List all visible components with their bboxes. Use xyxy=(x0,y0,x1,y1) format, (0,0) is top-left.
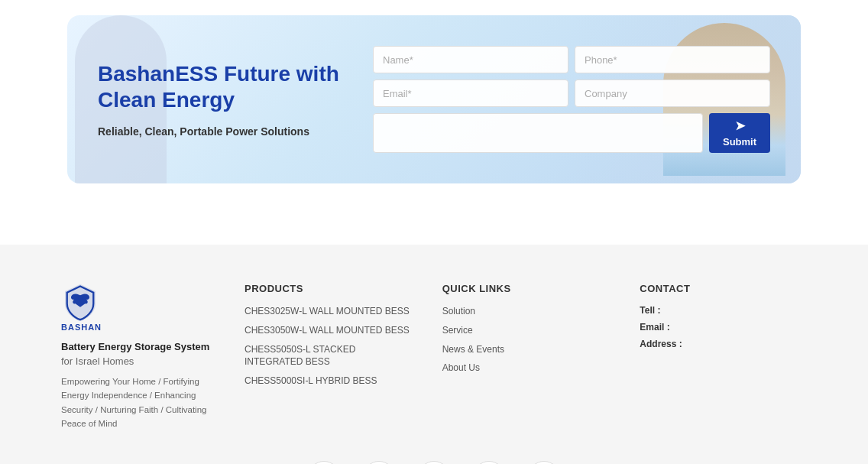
quicklink-solution[interactable]: Solution xyxy=(442,305,610,318)
form-row-2 xyxy=(373,79,770,107)
form-row-3: ➤ Submit xyxy=(373,113,770,153)
hero-card: BashanESS Future with Clean Energy Relia… xyxy=(67,15,801,183)
footer-contact-col: CONTACT Tell : Email : Address : xyxy=(640,283,807,430)
hero-subtitle: Reliable, Clean, Portable Power Solution… xyxy=(98,125,342,138)
hero-section: BashanESS Future with Clean Energy Relia… xyxy=(0,0,868,199)
email-input[interactable] xyxy=(373,79,568,107)
submit-label: Submit xyxy=(723,136,756,148)
quicklinks-title: QUICK LINKS xyxy=(442,283,610,294)
bashan-logo-icon xyxy=(61,283,99,321)
product-item-1[interactable]: CHES3025W-L WALL MOUNTED BESS xyxy=(245,305,412,318)
brand-name: BASHAN xyxy=(61,323,102,332)
brand-logo: BASHAN xyxy=(61,283,214,332)
quicklink-service[interactable]: Service xyxy=(442,324,610,337)
company-input[interactable] xyxy=(575,79,770,107)
svg-point-0 xyxy=(78,296,82,300)
contact-address-label: Address : xyxy=(640,339,682,349)
facebook-icon[interactable] xyxy=(308,461,340,464)
brand-tagline-main: Battery Energy Storage System xyxy=(61,341,214,354)
footer-products-col: PRODUCTS CHES3025W-L WALL MOUNTED BESS C… xyxy=(245,283,412,430)
products-title: PRODUCTS xyxy=(245,283,412,294)
youtube-icon[interactable] xyxy=(418,461,450,464)
submit-button[interactable]: ➤ Submit xyxy=(709,113,770,153)
footer-top: BASHAN Battery Energy Storage System for… xyxy=(61,283,807,430)
hero-title: BashanESS Future with Clean Energy xyxy=(98,61,342,112)
instagram-icon[interactable] xyxy=(363,461,395,464)
contact-email: Email : xyxy=(640,322,807,333)
footer-quicklinks-col: QUICK LINKS Solution Service News & Even… xyxy=(442,283,610,430)
footer-section: BASHAN Battery Energy Storage System for… xyxy=(0,245,868,464)
contact-tell-label: Tell : xyxy=(640,305,660,316)
pre-footer-space xyxy=(0,199,868,245)
contact-form: ➤ Submit xyxy=(373,46,770,153)
quicklink-news[interactable]: News & Events xyxy=(442,343,610,356)
hero-left-panel: BashanESS Future with Clean Energy Relia… xyxy=(98,46,342,153)
brand-tagline-sub: for Israel Homes xyxy=(61,355,214,367)
brand-description: Empowering Your Home / Fortifying Energy… xyxy=(61,375,214,431)
contact-email-label: Email : xyxy=(640,322,669,333)
form-row-1 xyxy=(373,46,770,73)
contact-title: CONTACT xyxy=(640,283,807,294)
contact-tell: Tell : xyxy=(640,305,807,316)
footer-brand: BASHAN Battery Energy Storage System for… xyxy=(61,283,214,430)
submit-icon: ➤ xyxy=(735,118,745,133)
twitter-x-icon[interactable] xyxy=(528,461,560,464)
product-item-2[interactable]: CHES3050W-L WALL MOUNTED BESS xyxy=(245,324,412,337)
phone-input[interactable] xyxy=(575,46,770,73)
social-icons-row xyxy=(61,461,807,464)
contact-address: Address : xyxy=(640,339,807,349)
quicklink-about[interactable]: About Us xyxy=(442,362,610,375)
product-item-4[interactable]: CHESS5000SI-L HYBRID BESS xyxy=(245,375,412,388)
linkedin-icon[interactable] xyxy=(473,461,505,464)
name-input[interactable] xyxy=(373,46,568,73)
product-item-3[interactable]: CHESS5050S-L STACKED INTEGRATED BESS xyxy=(245,343,412,369)
message-input[interactable] xyxy=(373,113,703,153)
